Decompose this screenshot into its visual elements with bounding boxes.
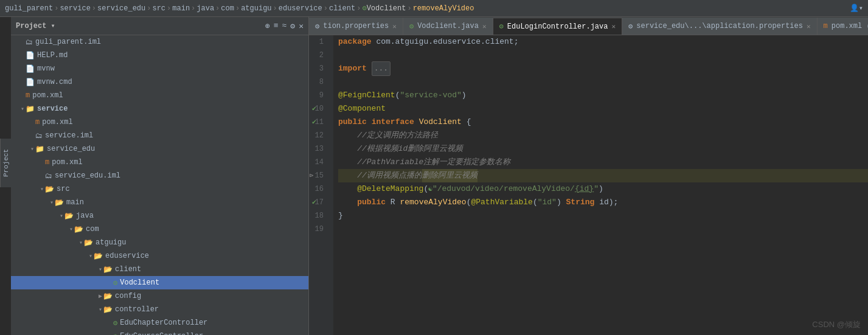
- locate-icon[interactable]: ⊕: [265, 21, 270, 31]
- arrow-icon: ▾: [30, 145, 34, 153]
- code-content[interactable]: package com.atguigu.eduservice.client; i…: [333, 35, 868, 335]
- settings-icon[interactable]: ⚙: [290, 21, 295, 31]
- tab-label: pom.xml (service_edu): [832, 22, 868, 30]
- tree-item-service-edu[interactable]: ▾ 📁 service_edu: [11, 142, 308, 156]
- xml-icon: m: [35, 118, 40, 126]
- code-line-3: import ...: [338, 62, 868, 75]
- tree-item-pom-xml[interactable]: ▶ m pom.xml: [11, 89, 308, 102]
- tree-item-main[interactable]: ▾ 📂 main: [11, 196, 308, 209]
- gutter-annotation-icon: ✔: [312, 102, 316, 116]
- tree-item-service-edu-pom[interactable]: ▶ m pom.xml: [11, 156, 308, 169]
- iml-icon: 🗂: [26, 38, 33, 47]
- gutter-annotation-icon: ✔: [312, 196, 316, 209]
- code-line-19: [338, 223, 868, 236]
- java-c-icon: ⚙: [409, 22, 414, 31]
- tree-item-edu-chapter-ctrl[interactable]: ▶ ⚙ EduChapterController: [11, 316, 308, 330]
- sidebar-header: Project ▾ ⊕ ≡ ≈ ⚙ ✕: [11, 17, 308, 35]
- close-sidebar-icon[interactable]: ✕: [299, 21, 304, 31]
- breadcrumb-item[interactable]: atguigu: [241, 4, 271, 13]
- project-panel-tab[interactable]: Project: [0, 139, 11, 187]
- tree-item-service-pom[interactable]: ▶ m pom.xml: [11, 116, 308, 129]
- code-line-13: //根据视频id删除阿里云视频: [338, 142, 868, 156]
- tree-item-edu-course-ctrl[interactable]: ▶ ⚙ EduCourseController: [11, 330, 308, 335]
- breadcrumb-item[interactable]: service: [60, 4, 90, 13]
- folder-icon: 📂: [64, 212, 74, 221]
- folder-icon: 📁: [26, 105, 35, 114]
- arrow-icon: ▶: [99, 292, 102, 300]
- folder-icon: 📂: [45, 185, 54, 194]
- tree-item-service[interactable]: ▾ 📁 service: [11, 102, 308, 116]
- xml-m-icon: m: [824, 22, 828, 30]
- tree-item-guli-iml[interactable]: ▶ 🗂 guli_parent.iml: [11, 35, 308, 49]
- breadcrumb-item[interactable]: src: [152, 4, 165, 13]
- folder-icon: 📁: [35, 145, 44, 154]
- arrow-icon: ▾: [69, 226, 73, 233]
- arrow-icon: ▾: [99, 306, 102, 313]
- line-numbers: 1 2 3 8 9 ✔ 10 ✔ 11 12 13 14 ⊳ 15: [309, 35, 333, 335]
- sidebar-toolbar: ⊕ ≡ ≈ ⚙ ✕: [265, 21, 304, 31]
- tree-item-mvnw-cmd[interactable]: ▶ 📄 mvnw.cmd: [11, 75, 308, 89]
- tree-item-java[interactable]: ▾ 📂 java: [11, 209, 308, 223]
- breadcrumb-item[interactable]: client: [329, 4, 355, 13]
- tab-close-icon[interactable]: ✕: [807, 22, 811, 30]
- tree-item-controller[interactable]: ▾ 📂 controller: [11, 303, 308, 316]
- tab-ion-properties[interactable]: ⚙ tion.properties ✕: [309, 18, 403, 35]
- dir-icon: 📂: [103, 265, 113, 274]
- tab-label: tion.properties: [323, 22, 389, 30]
- breadcrumb-item[interactable]: main: [172, 4, 190, 13]
- breadcrumb-filename[interactable]: Vodclient: [367, 4, 406, 13]
- tree-item-client[interactable]: ▾ 📂 client: [11, 263, 308, 276]
- editor-tabs: ⚙ tion.properties ✕ ⚙ Vodclient.java ✕ ⚙…: [309, 17, 868, 35]
- iml-icon: 🗂: [35, 131, 43, 140]
- code-line-17: public R removeAlyVideo(@PathVariable("i…: [338, 196, 868, 209]
- java-c-icon: ⚙: [499, 22, 504, 31]
- watermark: CSDN @倾旋: [812, 319, 861, 330]
- xml-icon: m: [26, 91, 30, 100]
- tree-item-atguigu[interactable]: ▾ 📂 atguigu: [11, 236, 308, 249]
- tree-item-com[interactable]: ▾ 📂 com: [11, 223, 308, 236]
- tree-item-vodclient[interactable]: ▶ ⚙ Vodclient: [11, 276, 308, 289]
- tree-item-service-iml[interactable]: ▶ 🗂 service.iml: [11, 129, 308, 142]
- xml-icon: m: [45, 158, 49, 167]
- breadcrumb-item[interactable]: service_edu: [97, 4, 145, 13]
- code-line-12: //定义调用的方法路径: [338, 129, 868, 142]
- breadcrumb-bar: guli_parent › service › service_edu › sr…: [0, 0, 868, 17]
- code-line-10: @Component: [338, 102, 868, 116]
- file-icon: 📄: [26, 64, 35, 74]
- tab-close-icon[interactable]: ✕: [482, 22, 487, 30]
- breadcrumb-item[interactable]: com: [221, 4, 234, 13]
- tree-item-help-md[interactable]: ▶ 📄 HELP.md: [11, 49, 308, 62]
- tree-item-mvnw[interactable]: ▶ 📄 mvnw: [11, 62, 308, 75]
- tab-close-icon[interactable]: ✕: [392, 22, 397, 30]
- tab-vodclient-java[interactable]: ⚙ Vodclient.java ✕: [403, 18, 493, 35]
- props-icon: ⚙: [315, 22, 319, 31]
- dir-icon: 📂: [84, 238, 93, 247]
- code-editor: 1 2 3 8 9 ✔ 10 ✔ 11 12 13 14 ⊳ 15: [309, 35, 868, 335]
- tab-edu-login-controller[interactable]: ⚙ EduLoginController.java ✕: [493, 18, 623, 35]
- arrow-icon: ▾: [21, 105, 24, 112]
- breadcrumb-method: removeAlyVideo: [413, 4, 474, 13]
- tree-item-service-edu-iml[interactable]: ▶ 🗂 service_edu.iml: [11, 169, 308, 182]
- tree-item-eduservice[interactable]: ▾ 📂 eduservice: [11, 249, 308, 263]
- breadcrumb-item[interactable]: eduservice: [279, 4, 322, 13]
- tab-close-icon[interactable]: ✕: [611, 22, 616, 30]
- tab-pom-service-edu[interactable]: m pom.xml (service_edu) ✕: [818, 18, 868, 35]
- java-class-icon: ⚙: [113, 319, 117, 328]
- user-icon: 👤▾: [850, 4, 863, 13]
- tree-item-src[interactable]: ▾ 📂 src: [11, 182, 308, 196]
- sort-icon[interactable]: ≈: [282, 21, 287, 31]
- gutter-annotation-icon: ✔: [312, 116, 316, 129]
- iml-icon: 🗂: [45, 171, 52, 181]
- collapse-icon[interactable]: ≡: [274, 21, 279, 31]
- tab-application-properties[interactable]: ⚙ service_edu\...\application.properties…: [622, 18, 818, 35]
- breadcrumb-item[interactable]: guli_parent: [5, 4, 53, 13]
- dir-icon: 📂: [103, 305, 113, 314]
- code-line-1: package com.atguigu.eduservice.client;: [338, 35, 868, 49]
- breadcrumb-item[interactable]: java: [196, 4, 214, 13]
- dir-icon: 📂: [74, 225, 83, 234]
- tree-item-config[interactable]: ▶ 📂 config: [11, 289, 308, 303]
- code-line-9: @FeignClient("service-vod"): [338, 89, 868, 102]
- code-line-18: }: [338, 209, 868, 223]
- tab-label: Vodclient.java: [417, 22, 479, 30]
- code-line-15: //调用视频点播的删除阿里云视频: [338, 169, 868, 182]
